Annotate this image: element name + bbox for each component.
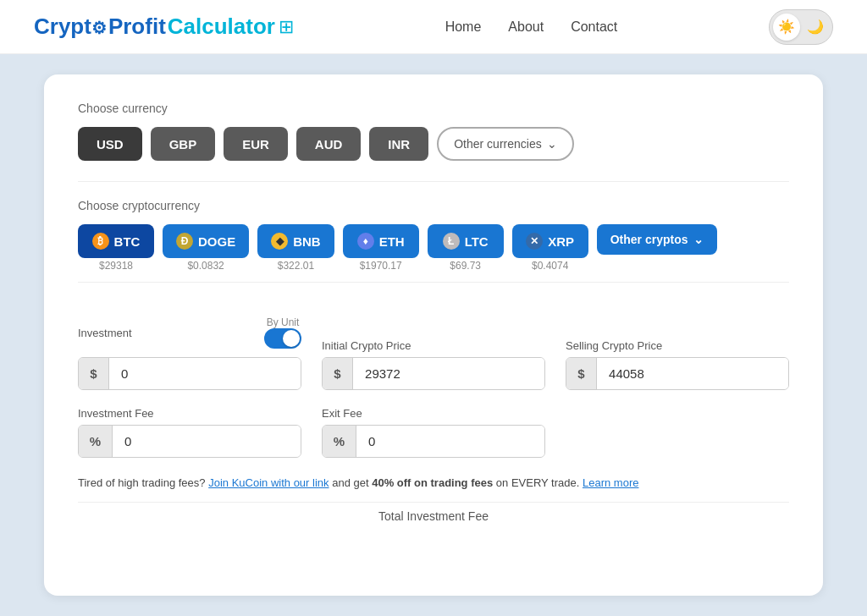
logo-part2: Profit: [108, 14, 166, 40]
btc-price: $29318: [99, 260, 133, 272]
eth-price: $1970.17: [360, 260, 402, 272]
currency-btn-usd[interactable]: USD: [78, 127, 142, 161]
investment-prefix: $: [79, 358, 109, 389]
divider-1: [78, 181, 789, 182]
exit-fee-label: Exit Fee: [322, 407, 545, 420]
investment-header: Investment By Unit: [78, 316, 301, 349]
other-cryptos-button[interactable]: Other cryptos ⌄: [597, 224, 717, 255]
light-mode-button[interactable]: ☀️: [773, 14, 800, 41]
eth-icon: ♦: [357, 233, 374, 250]
calculator-icon: ⊞: [279, 16, 294, 38]
other-cryptos-label: Other cryptos: [610, 233, 688, 246]
dark-mode-button[interactable]: 🌙: [802, 14, 829, 41]
exit-fee-input[interactable]: [356, 426, 544, 457]
crypto-row: ₿ BTC $29318 Ð DOGE $0.0832: [78, 224, 789, 272]
doge-inner: Ð DOGE: [176, 233, 235, 250]
inputs-row-2: Investment Fee % Exit Fee % placeholder …: [78, 407, 789, 458]
selling-price-prefix: $: [566, 358, 597, 389]
crypto-btn-ltc[interactable]: Ł LTC: [428, 224, 504, 258]
logo-gear-icon: ⚙: [91, 18, 107, 38]
learn-more-link[interactable]: Learn more: [583, 476, 638, 489]
xrp-price: $0.4074: [532, 260, 568, 272]
crypto-btn-eth[interactable]: ♦ ETH: [343, 224, 419, 258]
chevron-down-icon: ⌄: [547, 137, 557, 151]
choose-currency-label: Choose currency: [78, 102, 789, 115]
choose-crypto-label: Choose cryptocurrency: [78, 199, 789, 212]
by-unit-toggle[interactable]: [264, 328, 301, 349]
crypto-item-btc: ₿ BTC $29318: [78, 224, 154, 272]
other-currencies-button[interactable]: Other currencies ⌄: [437, 127, 573, 161]
investment-input-wrapper: $: [78, 357, 301, 390]
crypto-btn-doge[interactable]: Ð DOGE: [163, 224, 249, 258]
crypto-item-ltc: Ł LTC $69.73: [428, 224, 504, 272]
by-unit-area: By Unit: [264, 316, 301, 349]
initial-price-prefix: $: [323, 358, 353, 389]
nav-home[interactable]: Home: [445, 19, 482, 35]
spacer: [78, 300, 789, 316]
doge-icon: Ð: [176, 233, 193, 250]
investment-fee-input[interactable]: [113, 426, 301, 457]
main-content: Choose currency USD GBP EUR AUD INR Othe…: [0, 54, 867, 616]
doge-label: DOGE: [198, 234, 235, 249]
bnb-inner: ◆ BNB: [271, 233, 321, 250]
eth-label: ETH: [379, 234, 405, 249]
fee-notice: Tired of high trading fees? Join KuCoin …: [78, 475, 789, 492]
fee-notice-bold: 40% off on trading fees: [372, 476, 493, 489]
kucoin-link[interactable]: Join KuCoin with our link: [208, 476, 329, 489]
crypto-btn-bnb[interactable]: ◆ BNB: [257, 224, 334, 258]
crypto-item-xrp: ✕ XRP $0.4074: [512, 224, 588, 272]
investment-input[interactable]: [109, 358, 301, 389]
other-currencies-label: Other currencies: [454, 137, 541, 151]
currency-btn-eur[interactable]: EUR: [224, 127, 288, 161]
investment-fee-input-wrapper: %: [78, 425, 301, 458]
bnb-label: BNB: [293, 234, 321, 249]
crypto-btn-xrp[interactable]: ✕ XRP: [512, 224, 588, 258]
eth-inner: ♦ ETH: [357, 233, 405, 250]
main-nav: Home About Contact: [445, 19, 618, 35]
selling-price-input[interactable]: [597, 358, 788, 389]
theme-toggle: ☀️ 🌙: [769, 9, 833, 45]
selling-price-block: Selling Crypto Price $: [566, 339, 789, 390]
ltc-inner: Ł LTC: [443, 233, 489, 250]
doge-price: $0.0832: [187, 260, 224, 272]
chevron-down-crypto-icon: ⌄: [693, 233, 704, 246]
investment-fee-label: Investment Fee: [78, 407, 301, 420]
currency-row: USD GBP EUR AUD INR Other currencies ⌄: [78, 127, 789, 161]
xrp-icon: ✕: [526, 233, 543, 250]
initial-price-input[interactable]: [353, 358, 544, 389]
exit-fee-input-wrapper: %: [322, 425, 545, 458]
fee-notice-text3: on EVERY trade.: [496, 476, 580, 489]
nav-contact[interactable]: Contact: [571, 19, 617, 35]
bnb-icon: ◆: [271, 233, 288, 250]
btc-label: BTC: [114, 234, 141, 249]
header: Crypt⚙ Profit Calculator ⊞ Home About Co…: [0, 0, 867, 54]
logo-part1: Crypt⚙: [34, 14, 107, 40]
inputs-row-1: Investment By Unit $ Initial Crypto Pric…: [78, 316, 789, 390]
ltc-label: LTC: [465, 234, 489, 249]
btc-icon: ₿: [92, 233, 109, 250]
initial-price-label: Initial Crypto Price: [322, 339, 545, 352]
logo: Crypt⚙ Profit Calculator ⊞: [34, 14, 294, 40]
currency-btn-gbp[interactable]: GBP: [151, 127, 216, 161]
currency-btn-aud[interactable]: AUD: [296, 127, 362, 161]
exit-fee-block: Exit Fee %: [322, 407, 545, 458]
exit-fee-prefix: %: [323, 426, 356, 457]
fee-notice-text2: and get: [332, 476, 368, 489]
crypto-item-other: Other cryptos ⌄ $0: [597, 224, 717, 272]
by-unit-label: By Unit: [267, 316, 300, 328]
divider-2: [78, 282, 789, 283]
currency-btn-inr[interactable]: INR: [369, 127, 428, 161]
ltc-price: $69.73: [450, 260, 481, 272]
xrp-inner: ✕ XRP: [526, 233, 574, 250]
fee-notice-text1: Tired of high trading fees?: [78, 476, 206, 489]
calculator-card: Choose currency USD GBP EUR AUD INR Othe…: [44, 74, 823, 596]
crypto-btn-btc[interactable]: ₿ BTC: [78, 224, 154, 258]
xrp-label: XRP: [548, 234, 574, 249]
investment-block: Investment By Unit $: [78, 316, 301, 390]
crypto-item-doge: Ð DOGE $0.0832: [163, 224, 249, 272]
investment-fee-block: Investment Fee %: [78, 407, 301, 458]
nav-about[interactable]: About: [508, 19, 544, 35]
logo-part3: Calculator: [168, 14, 275, 40]
investment-fee-prefix: %: [79, 426, 113, 457]
selling-price-input-wrapper: $: [566, 357, 789, 390]
